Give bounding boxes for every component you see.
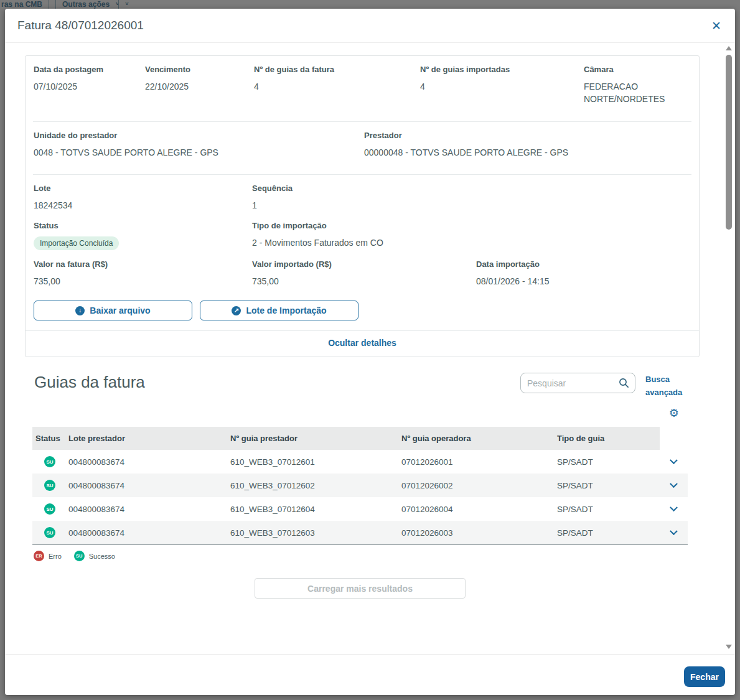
status-success-badge: SU [44,527,55,538]
ocultar-detalhes-link[interactable]: Ocultar detalhes [328,338,396,348]
modal-header: Fatura 48/07012026001 ✕ [5,9,735,43]
field-label: Nº de guias importadas [420,65,575,74]
busca-avancada-link[interactable]: Busca avançada [645,373,685,399]
field-label: Vencimento [145,65,245,74]
cell-status: SU [32,480,66,491]
field-value: 2 - Movimentos Faturados em CO [252,236,467,249]
modal-content: Data da postagem 07/10/2025 Vencimento 2… [5,44,735,654]
baixar-arquivo-label: Baixar arquivo [90,306,150,315]
cell-status: SU [32,527,66,538]
guias-header: Guias da fatura Busca avançada [34,373,685,399]
col-header-guia-prestador: Nº guia prestador [230,427,401,450]
table-row[interactable]: SU 004800083674 610_WEB3_07012603 070120… [32,521,688,544]
field-value: 4 [420,80,575,93]
field-valor-importado: Valor importado (R$) 735,00 [252,259,476,287]
status-success-badge: SU [44,503,55,515]
field-value: 4 [254,80,411,93]
chevron-down-icon[interactable] [670,480,678,488]
field-prestador: Prestador 00000048 - TOTVS SAUDE PORTO A… [364,131,691,159]
cell-expand [660,459,688,465]
field-label: Data importação [476,259,682,269]
cell-tipo-guia: SP/SADT [557,528,660,538]
scrollbar [724,44,734,653]
cell-tipo-guia: SP/SADT [557,481,660,490]
cell-lote-prestador: 004800083674 [66,528,230,538]
cell-status: SU [32,456,66,467]
details-row-lote: Lote 18242534 Sequência 1 Status Importa… [26,175,699,297]
field-label: Tipo de importação [252,221,467,230]
cell-status: SU [32,503,66,515]
cell-expand [660,530,688,536]
col-header-status: Status [32,427,66,450]
field-label: Sequência [252,184,467,193]
cell-tipo-guia: SP/SADT [557,505,660,514]
cell-guia-prestador: 610_WEB3_07012601 [230,457,401,467]
field-camara: Câmara FEDERACAO NORTE/NORDETES [584,65,690,106]
export-icon: ↗ [232,306,241,315]
gear-icon[interactable]: ⚙ [669,408,679,419]
modal-footer: Fechar [5,654,735,695]
col-header-lote-prestador: Lote prestador [66,427,230,450]
backdrop-other-actions-button[interactable]: Outras ações [62,0,110,9]
chevron-down-icon[interactable] [670,503,678,511]
success-badge-icon: SU [74,551,85,561]
scrollbar-up-arrow[interactable] [726,46,732,50]
status-legend: ER Erro SU Sucesso [34,551,735,561]
cell-guia-prestador: 610_WEB3_07012603 [230,528,401,538]
cell-expand [660,506,688,512]
modal-title: Fatura 48/07012026001 [17,19,711,32]
baixar-arquivo-button[interactable]: ↓ Baixar arquivo [34,301,192,320]
scrollbar-down-arrow[interactable] [726,645,732,649]
chevron-down-icon[interactable] [670,456,678,464]
search-icon[interactable] [619,378,629,388]
error-badge-icon: ER [34,551,44,561]
details-actions: ↓ Baixar arquivo ↗ Lote de Importação [26,297,699,330]
field-value: 735,00 [34,275,243,287]
field-label: Status [34,221,243,230]
field-value: 08/01/2026 - 14:15 [476,275,682,287]
backdrop-page-strip: ras na CMB Outras ações ˅ ˅ [0,0,740,9]
cell-lote-prestador: 004800083674 [66,505,230,514]
col-header-guia-operadora: Nº guia operadora [401,427,557,450]
fechar-button[interactable]: Fechar [684,666,725,687]
field-value: 1 [252,199,467,212]
backdrop-left-button[interactable]: ras na CMB [1,0,42,9]
field-value: 07/10/2025 [34,80,136,93]
cell-lote-prestador: 004800083674 [66,481,230,490]
table-row[interactable]: SU 004800083674 610_WEB3_07012602 070120… [32,474,688,497]
close-icon[interactable]: ✕ [711,20,721,32]
backdrop-divider [118,0,119,9]
field-lote: Lote 18242534 [34,184,252,212]
cell-guia-prestador: 610_WEB3_07012602 [230,481,401,490]
field-data-postagem: Data da postagem 07/10/2025 [34,65,145,106]
cell-guia-operadora: 07012026002 [401,481,557,490]
field-num-guias-importadas: Nº de guias importadas 4 [420,65,584,106]
lote-importacao-label: Lote de Importação [246,306,326,315]
table-body: SU 004800083674 610_WEB3_07012601 070120… [32,450,688,545]
lote-importacao-button[interactable]: ↗ Lote de Importação [200,301,358,320]
details-row-dates: Data da postagem 07/10/2025 Vencimento 2… [26,56,699,121]
scrollbar-thumb[interactable] [726,55,732,230]
field-status: Status Importação Concluída [34,221,252,250]
download-icon: ↓ [75,306,85,315]
card-footer: Ocultar detalhes [26,330,699,357]
table-row[interactable]: SU 004800083674 610_WEB3_07012601 070120… [32,450,688,474]
field-value: 22/10/2025 [145,80,245,93]
details-row-prestador: Unidade do prestador 0048 - TOTVS SAUDE … [26,122,699,174]
legend-label-sucesso: Sucesso [89,553,115,560]
chevron-down-icon[interactable] [670,527,678,535]
table-settings-row: ⚙ [5,408,679,419]
field-vencimento: Vencimento 22/10/2025 [145,65,254,106]
load-more-button[interactable]: Carregar mais resultados [255,578,466,599]
cell-guia-operadora: 07012026003 [401,528,557,538]
guias-table: Status Lote prestador Nº guia prestador … [32,427,688,545]
table-header-row: Status Lote prestador Nº guia prestador … [32,427,688,450]
status-success-badge: SU [44,456,55,467]
fatura-details-card: Data da postagem 07/10/2025 Vencimento 2… [25,55,700,357]
table-row[interactable]: SU 004800083674 610_WEB3_07012604 070120… [32,497,688,521]
search-input[interactable] [527,378,619,388]
load-more-row: Carregar mais resultados [32,578,688,599]
cell-guia-operadora: 07012026004 [401,505,557,514]
legend-label-erro: Erro [49,553,62,560]
field-label: Unidade do prestador [34,131,355,140]
